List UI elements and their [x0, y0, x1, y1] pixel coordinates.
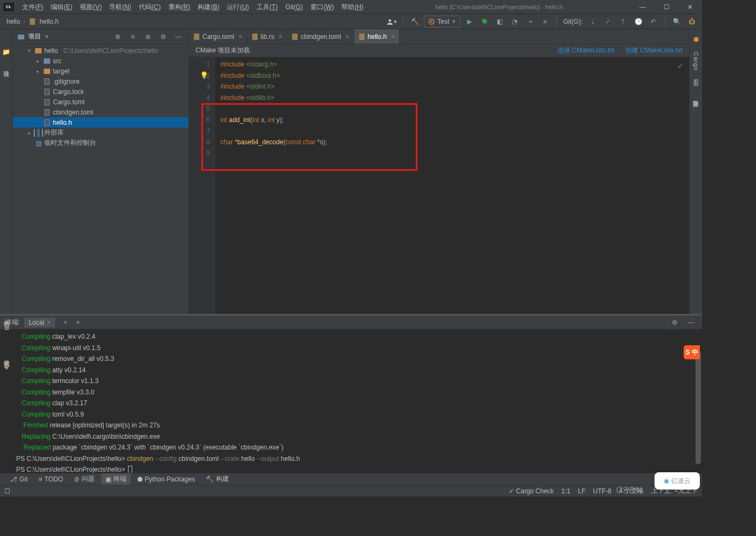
- tree-arrow-icon[interactable]: ▾: [28, 48, 32, 53]
- new-terminal-button[interactable]: +: [59, 317, 71, 329]
- editor-body[interactable]: 💡 123456789 ✓ #include <stdarg.h>#includ…: [189, 57, 689, 314]
- favorites-icon[interactable]: ★: [4, 364, 9, 371]
- bottom-tab-构建[interactable]: 🔨构建: [201, 473, 233, 485]
- menu-代码[interactable]: 代码(C): [135, 0, 165, 14]
- bottom-tab-终端[interactable]: ▣终端: [101, 473, 131, 485]
- cargo-tool-label[interactable]: Cargo: [693, 52, 699, 71]
- database-tool-icon[interactable]: 🗄: [693, 79, 699, 87]
- tree-item-cbindgen.toml[interactable]: cbindgen.toml: [13, 107, 188, 117]
- menu-视图[interactable]: 视图(V): [76, 0, 105, 14]
- bulb-icon[interactable]: 💡: [200, 70, 208, 82]
- tree-arrow-icon[interactable]: ▸: [37, 58, 41, 64]
- project-tree[interactable]: ▾helloC:\Users\dell\CLionProjects\hello▸…: [13, 44, 188, 314]
- tree-item-hello.h[interactable]: hello.h: [13, 117, 188, 128]
- breadcrumb-item[interactable]: hello.h: [39, 18, 58, 25]
- tree-item-Cargo.lock[interactable]: Cargo.lock: [13, 86, 188, 97]
- bottom-tab-Python Packages[interactable]: ⬢Python Packages: [133, 474, 199, 484]
- cargo-tool-icon[interactable]: ⬢: [693, 36, 699, 43]
- close-icon[interactable]: ×: [47, 319, 51, 326]
- menu-帮助[interactable]: 帮助(H): [338, 0, 367, 14]
- bottom-tab-Git[interactable]: ⎇Git: [5, 474, 32, 484]
- editor-tab-lib.rs[interactable]: lib.rs×: [247, 29, 287, 44]
- code-line[interactable]: #include <stdarg.h>: [220, 59, 689, 70]
- close-icon[interactable]: ×: [279, 33, 282, 41]
- build-button[interactable]: 🔨: [409, 16, 421, 28]
- tree-item-src[interactable]: ▸src: [13, 56, 188, 66]
- file-encoding[interactable]: UTF-8: [593, 487, 611, 495]
- ide-settings-button[interactable]: ⏻: [686, 16, 698, 28]
- structure-tool-label[interactable]: 结构: [3, 316, 11, 317]
- line-separator[interactable]: LF: [578, 487, 585, 495]
- editor-tab-hello.h[interactable]: hello.h×: [354, 29, 400, 44]
- maximize-button[interactable]: ☐: [654, 0, 678, 14]
- hide-button[interactable]: —: [172, 31, 184, 43]
- close-icon[interactable]: ×: [391, 33, 395, 41]
- profile-button[interactable]: ◔: [509, 16, 521, 28]
- collapse-all-button[interactable]: ≣: [142, 31, 154, 43]
- breadcrumb-item[interactable]: hello: [6, 18, 20, 25]
- gear-icon[interactable]: ⚙: [669, 317, 680, 329]
- stop-button[interactable]: ■: [539, 16, 551, 28]
- editor-tab-cbindgen.toml[interactable]: cbindgen.toml×: [287, 29, 354, 44]
- tree-arrow-icon[interactable]: ▸: [37, 69, 41, 74]
- chevron-down-icon[interactable]: ▼: [76, 320, 80, 325]
- git-push-button[interactable]: ⭱: [617, 16, 629, 28]
- code-area[interactable]: ✓ #include <stdarg.h>#include <stdbool.h…: [215, 57, 689, 314]
- attach-button[interactable]: ⇢: [524, 16, 536, 28]
- user-icon[interactable]: ▾: [386, 16, 397, 28]
- close-icon[interactable]: ×: [346, 33, 349, 41]
- tree-item-target[interactable]: ▸target: [13, 66, 188, 76]
- git-update-button[interactable]: ⭭: [587, 16, 599, 28]
- tree-item-临时文件和控制台[interactable]: ▤临时文件和控制台: [13, 138, 188, 148]
- select-cmakelists-link[interactable]: 选择 CMakeLists.txt: [557, 46, 615, 55]
- git-commit-button[interactable]: ✓: [602, 16, 614, 28]
- locate-button[interactable]: ⊕: [112, 31, 124, 43]
- gear-icon[interactable]: ⚙: [157, 31, 169, 43]
- tree-item-hello[interactable]: ▾helloC:\Users\dell\CLionProjects\hello: [13, 45, 188, 56]
- bottom-tab-TODO[interactable]: ≡TODO: [34, 474, 67, 484]
- sogou-ime-badge[interactable]: S 中: [684, 345, 700, 359]
- cursor-position[interactable]: 1:1: [562, 487, 571, 495]
- menu-窗口[interactable]: 窗口(W): [307, 0, 338, 14]
- inspection-ok-icon[interactable]: ✓: [677, 61, 684, 72]
- terminal-tab-local[interactable]: Local ×: [24, 318, 55, 327]
- favorites-tool-label[interactable]: 收藏夹: [3, 355, 11, 357]
- menu-构建[interactable]: 构建(B): [194, 0, 223, 14]
- database-tool-label[interactable]: 数据库: [692, 96, 700, 97]
- undo-button[interactable]: ↶: [647, 16, 659, 28]
- minimize-button[interactable]: —: [631, 0, 654, 14]
- create-cmakelists-link[interactable]: 创建 CMakeLists.txt: [625, 46, 683, 55]
- tree-item-外部库[interactable]: ▸┃║┃外部库: [13, 128, 188, 138]
- coverage-button[interactable]: ◧: [494, 16, 505, 28]
- hide-button[interactable]: —: [685, 317, 697, 329]
- editor-tab-Cargo.toml[interactable]: Cargo.toml×: [189, 29, 247, 44]
- code-line[interactable]: char *base64_decode(const char *s);: [220, 137, 689, 148]
- run-configuration-select[interactable]: Test ▼: [424, 16, 460, 28]
- menu-工具[interactable]: 工具(T): [253, 0, 281, 14]
- menu-文件[interactable]: 文件(F): [18, 0, 47, 14]
- menu-编辑[interactable]: 编辑(E): [47, 0, 76, 14]
- expand-all-button[interactable]: ≡: [127, 31, 139, 43]
- tree-item-Cargo.toml[interactable]: Cargo.toml: [13, 97, 188, 107]
- code-line[interactable]: int add_int(int x, int y);: [220, 115, 689, 126]
- code-line[interactable]: [220, 125, 689, 137]
- search-button[interactable]: 🔍: [671, 16, 683, 28]
- close-icon[interactable]: ×: [239, 33, 242, 41]
- tree-item-.gitignore[interactable]: .gitignore: [13, 76, 188, 86]
- code-line[interactable]: #include <stdint.h>: [220, 81, 689, 92]
- menu-运行[interactable]: 运行(U): [223, 0, 253, 14]
- git-history-button[interactable]: 🕒: [632, 16, 644, 28]
- tool-windows-button[interactable]: ☐: [4, 487, 10, 495]
- project-tool-icon[interactable]: 📁: [2, 48, 10, 56]
- run-button[interactable]: ▶: [463, 16, 475, 28]
- debug-button[interactable]: 🪲: [478, 16, 490, 28]
- code-line[interactable]: #include <stdlib.h>: [220, 92, 689, 104]
- menu-重构[interactable]: 重构(R): [165, 0, 194, 14]
- menu-Git[interactable]: Git(G): [281, 0, 307, 14]
- close-button[interactable]: ✕: [678, 0, 702, 14]
- menu-导航[interactable]: 导航(N): [105, 0, 135, 14]
- terminal-body[interactable]: Compiling clap_lex v0.2.4 Compiling wina…: [0, 329, 702, 473]
- code-line[interactable]: [220, 103, 689, 115]
- bottom-tab-问题[interactable]: ⊘问题: [70, 473, 99, 485]
- code-line[interactable]: [220, 148, 689, 159]
